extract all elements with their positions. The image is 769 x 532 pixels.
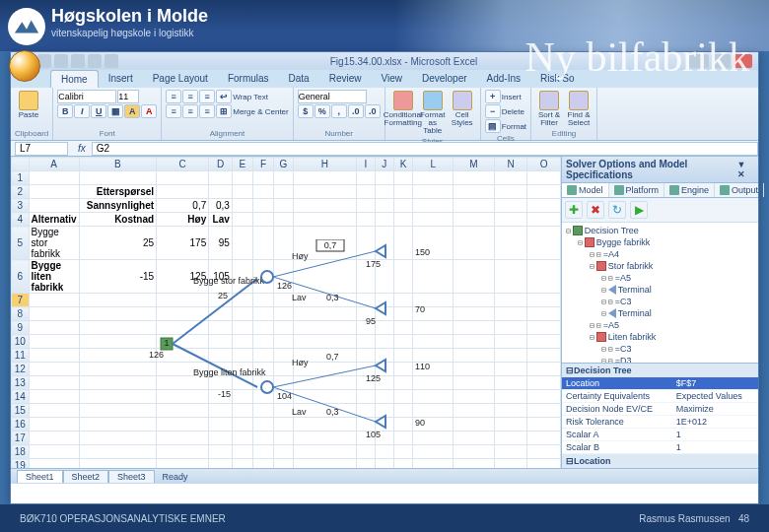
cell-M13[interactable] (454, 376, 494, 390)
merge-button[interactable]: ⊞ (216, 104, 232, 118)
solver-prop-row[interactable]: Scalar B1 (562, 441, 758, 454)
cell-I5[interactable] (356, 227, 375, 260)
align-right-button[interactable]: ≡ (199, 104, 215, 118)
cell-N12[interactable] (494, 363, 527, 376)
ribbon-tab-developer[interactable]: Developer (412, 70, 477, 88)
cell-C15[interactable] (157, 404, 209, 418)
cell-B8[interactable] (79, 307, 156, 321)
cell-L3[interactable] (413, 199, 454, 213)
cell-M19[interactable] (454, 459, 494, 469)
cell-F19[interactable] (252, 459, 273, 469)
currency-button[interactable]: $ (298, 104, 314, 118)
formula-input[interactable]: G2 (92, 142, 758, 156)
cell-O11[interactable] (527, 349, 561, 363)
solver-tree-node[interactable]: ⊟⊟=A5 (566, 319, 754, 331)
cell-F5[interactable] (252, 227, 273, 260)
cell-M16[interactable] (454, 418, 494, 432)
cell-L15[interactable] (413, 404, 454, 418)
cell-L8[interactable] (413, 307, 454, 321)
paste-button[interactable]: Paste (15, 90, 42, 128)
cell-C7[interactable] (157, 294, 209, 307)
row-header[interactable]: 10 (12, 335, 30, 349)
comma-button[interactable]: , (331, 104, 347, 118)
cell-K1[interactable] (393, 171, 413, 185)
cell-J18[interactable] (375, 445, 393, 459)
cell-F10[interactable] (252, 335, 273, 349)
row-header[interactable]: 14 (12, 390, 30, 404)
sheet-tab-sheet3[interactable]: Sheet3 (108, 470, 155, 483)
ribbon-tab-home[interactable]: Home (50, 70, 99, 88)
solver-tab-output[interactable]: Output (715, 183, 764, 197)
cell-I4[interactable] (356, 213, 375, 227)
cell-F6[interactable] (252, 260, 273, 294)
qat-print-icon[interactable] (71, 54, 85, 68)
cell-K10[interactable] (393, 335, 413, 349)
cell-N7[interactable] (494, 294, 527, 307)
cell-E18[interactable] (232, 445, 252, 459)
cell-B13[interactable] (79, 376, 156, 390)
cell-O9[interactable] (527, 321, 561, 335)
cell-E8[interactable] (232, 307, 252, 321)
align-top-button[interactable]: ≡ (166, 90, 181, 103)
cell-H19[interactable] (293, 459, 356, 469)
cell-L17[interactable] (413, 432, 454, 445)
cell-H7[interactable] (293, 294, 356, 307)
cell-C12[interactable] (157, 363, 209, 376)
cell-D5[interactable]: 95 (209, 227, 233, 260)
cell-N17[interactable] (494, 432, 527, 445)
ribbon-tab-insert[interactable]: Insert (99, 70, 143, 88)
cell-B10[interactable] (79, 335, 156, 349)
cell-I11[interactable] (356, 349, 375, 363)
cell-K3[interactable] (393, 199, 413, 213)
cell-B2[interactable]: Etterspørsel (79, 185, 156, 199)
cell-N8[interactable] (494, 307, 527, 321)
cell-F12[interactable] (252, 363, 273, 376)
cell-M4[interactable] (454, 213, 494, 227)
cell-N15[interactable] (494, 404, 527, 418)
cell-O10[interactable] (527, 335, 561, 349)
cell-J13[interactable] (375, 376, 393, 390)
col-header[interactable]: F (252, 158, 273, 171)
cell-N4[interactable] (494, 213, 527, 227)
cell-F11[interactable] (252, 349, 273, 363)
cell-O7[interactable] (527, 294, 561, 307)
cell-E11[interactable] (232, 349, 252, 363)
cell-C17[interactable] (157, 432, 209, 445)
fx-icon[interactable]: fx (72, 143, 92, 154)
cell-A12[interactable] (29, 363, 79, 376)
cell-E5[interactable] (232, 227, 252, 260)
cell-B9[interactable] (79, 321, 156, 335)
cell-G2[interactable] (273, 185, 293, 199)
cell-O5[interactable] (527, 227, 561, 260)
solver-delete-icon[interactable]: ✖ (587, 201, 604, 219)
solver-prop-row[interactable]: Location$F$7 (562, 377, 758, 390)
cell-F15[interactable] (252, 404, 273, 418)
cell-I7[interactable] (356, 294, 375, 307)
cell-C4[interactable]: Høy (157, 213, 209, 227)
cell-J8[interactable] (375, 307, 393, 321)
row-header[interactable]: 16 (12, 418, 30, 432)
cell-O12[interactable] (527, 363, 561, 376)
cell-A14[interactable] (29, 390, 79, 404)
cell-D8[interactable] (209, 307, 233, 321)
select-all-cell[interactable] (12, 158, 30, 171)
qat-icon[interactable] (105, 54, 118, 68)
cell-K2[interactable] (393, 185, 413, 199)
solver-tree-node[interactable]: ⊟Bygge fabrikk (566, 236, 754, 248)
cell-M15[interactable] (454, 404, 494, 418)
cell-B19[interactable] (79, 459, 156, 469)
percent-button[interactable]: % (315, 104, 330, 118)
cell-A1[interactable] (29, 171, 79, 185)
cell-A19[interactable] (29, 459, 79, 469)
solver-model-tree[interactable]: ⊟Decision Tree⊟Bygge fabrikk⊟⊟=A4⊟Stor f… (562, 223, 758, 363)
cell-G3[interactable] (273, 199, 293, 213)
row-header[interactable]: 6 (12, 260, 30, 294)
cell-A4[interactable]: Alternativ (29, 213, 79, 227)
cell-B3[interactable]: Sannsynlighet (79, 199, 156, 213)
cell-F14[interactable] (252, 390, 273, 404)
cell-N11[interactable] (494, 349, 527, 363)
solver-refresh-icon[interactable]: ↻ (608, 201, 626, 219)
cell-J1[interactable] (375, 171, 393, 185)
find-select-button[interactable]: Find & Select (565, 90, 593, 128)
cell-G15[interactable] (273, 404, 293, 418)
